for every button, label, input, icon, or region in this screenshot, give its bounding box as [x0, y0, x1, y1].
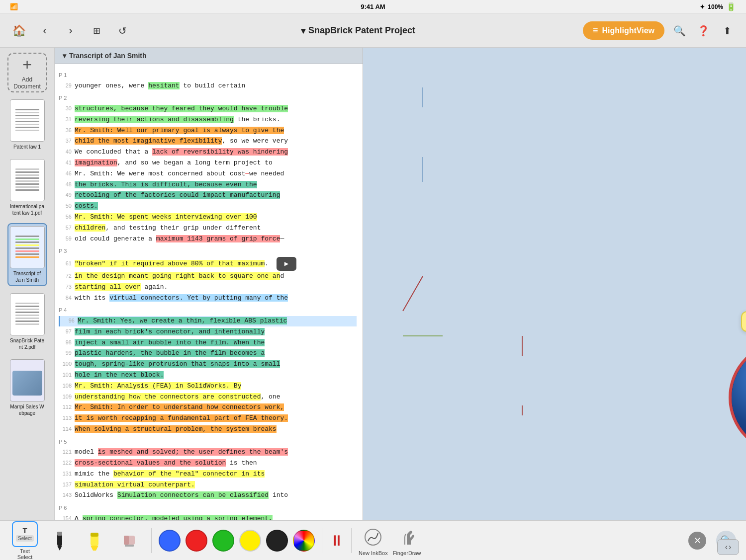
- status-bar: 📶 9:41 AM ✦ 100% 🔋: [0, 0, 746, 14]
- highlight-view-button[interactable]: ≡ HighlightView: [583, 21, 664, 40]
- line-49: 49 retooling of the factories could impa…: [59, 190, 357, 201]
- line-41: 41 imagination, and so we began a long t…: [59, 158, 357, 168]
- mattel-thumb: [10, 359, 45, 401]
- page-label-p4: P 4: [59, 306, 357, 315]
- line-99: 99 plastic hardens, the bubble in the fi…: [59, 348, 357, 359]
- fingerdraw-label: FingerDraw: [393, 550, 421, 556]
- sidebar-item-transcript[interactable]: Transcript of Ja n Smith: [7, 223, 47, 286]
- forward-button[interactable]: ›: [60, 20, 82, 42]
- add-tab-button[interactable]: ⊞: [86, 20, 107, 42]
- pen-icon-wrap: [47, 528, 73, 554]
- main-content: + Add Document Patent law 1 In: [0, 48, 746, 520]
- snapbrick-2-label: SnapBrick Pate nt 2.pdf: [9, 337, 45, 350]
- patent-law-thumb: [10, 99, 45, 142]
- line-59: 59 old could generate a maximum 1143 gra…: [59, 234, 357, 244]
- intl-patent-thumb: [10, 159, 45, 201]
- highlighter-tool[interactable]: [80, 528, 109, 554]
- sidebar-item-intl-patent[interactable]: International pa tent law 1.pdf: [7, 157, 47, 218]
- share-button[interactable]: ⬆: [716, 20, 738, 42]
- highlight-view-icon: ≡: [593, 25, 598, 36]
- highlighter-icon-wrap: [82, 528, 107, 554]
- pause-button[interactable]: ⏸: [329, 532, 344, 549]
- add-document-label: Add Document: [8, 76, 46, 90]
- line-112: 112 Mr. Smith: In order to understand ho…: [59, 402, 357, 413]
- line-154: 154 A spring connector, modeled using a …: [59, 514, 357, 520]
- sidebar-item-patent-law-1[interactable]: Patent law 1: [7, 97, 47, 152]
- color-blue[interactable]: [159, 530, 181, 552]
- search-button[interactable]: 🔍: [668, 20, 690, 42]
- toolbar-right-icons: 🔍 ❓ ⬆: [668, 20, 738, 42]
- line-61: 61 "broken" if it required above 80% of …: [59, 257, 357, 271]
- back-button[interactable]: ‹: [34, 20, 56, 42]
- line-97: 97 film in each brick's connector, and i…: [59, 327, 357, 337]
- plus-icon: +: [22, 56, 32, 74]
- sidebar-item-mattel[interactable]: Marrpi Sales W ebpage: [7, 357, 47, 418]
- battery-label: 100%: [708, 3, 723, 10]
- line-37: 37 child the most imaginative flexibilit…: [59, 136, 357, 147]
- eraser-svg: [121, 530, 138, 552]
- color-yellow[interactable]: [239, 530, 261, 552]
- color-green[interactable]: [212, 530, 234, 552]
- toolbar-title-area[interactable]: ▾ SnapBrick Patent Project: [137, 25, 579, 36]
- add-document-button[interactable]: + Add Document: [7, 53, 47, 92]
- transcript-body[interactable]: P 1 29 younger ones, were hesitant to bu…: [55, 64, 363, 520]
- text-select-label: TextSelect: [17, 548, 33, 560]
- page-label-p1: P 1: [59, 71, 357, 80]
- line-30: 30 structures, because they feared they …: [59, 104, 357, 114]
- line-57: 57 children, and testing their grip unde…: [59, 223, 357, 234]
- fingerdraw-icon: [395, 525, 419, 549]
- color-red[interactable]: [186, 530, 207, 552]
- page-label-p6: P 6: [59, 504, 357, 513]
- svg-rect-18: [91, 533, 98, 537]
- help-button[interactable]: ❓: [692, 20, 714, 42]
- title-dropdown-icon: ▾: [301, 25, 305, 36]
- line-50: 50 costs.: [59, 201, 357, 212]
- line-121: 121 model is meshed and solved; the user…: [59, 447, 357, 458]
- page-label-p5: P 5: [59, 438, 357, 447]
- svg-rect-15: [57, 532, 62, 536]
- transcript-label: Transcript of Ja n Smith: [10, 270, 44, 283]
- what-created-node[interactable]: What we created: [741, 311, 746, 332]
- text-select-icon-wrap: T Select: [12, 521, 38, 547]
- close-icon: ✕: [694, 535, 701, 546]
- status-time: 9:41 AM: [361, 3, 385, 10]
- pen-tool[interactable]: [45, 528, 75, 554]
- line-122: 122 cross-sectional values and the solut…: [59, 458, 357, 469]
- undo-button[interactable]: ↺: [111, 20, 133, 42]
- sidebar-item-snapbrick-2[interactable]: SnapBrick Pate nt 2.pdf: [7, 291, 47, 352]
- line-100: 100 tough, spring-like protrusion that s…: [59, 359, 357, 370]
- color-rainbow[interactable]: [293, 530, 315, 552]
- bluetooth-icon: ✦: [700, 3, 705, 10]
- new-inkbox-icon: [361, 525, 385, 549]
- page-label-p3: P 3: [59, 247, 357, 256]
- lego-image: [729, 341, 746, 454]
- eraser-icon-wrap: [116, 528, 142, 554]
- line-137: 137 simulation virtual counterpart.: [59, 480, 357, 490]
- line-31: 31 reversing their actions and disassemb…: [59, 115, 357, 125]
- line-101: 101 hole in the next block.: [59, 370, 357, 381]
- wifi-icon: 📶: [10, 3, 18, 10]
- line-131: 131 mimic the behavior of the "real" con…: [59, 469, 357, 480]
- line-72: 72 in the design meant going right back …: [59, 271, 357, 282]
- color-black[interactable]: [266, 530, 288, 552]
- mm-svg-lines: [363, 48, 746, 520]
- close-button[interactable]: ✕: [688, 532, 706, 550]
- snapbrick-thumb: [10, 293, 45, 335]
- line-143: 143 SolidWorks Simulation connectors can…: [59, 490, 357, 501]
- svg-line-2: [403, 276, 423, 311]
- toolbar: 🏠 ‹ › ⊞ ↺ ▾ SnapBrick Patent Project ≡ H…: [0, 14, 746, 48]
- transcript-panel: ▾ Transcript of Jan Smith P 1 29 younger…: [55, 48, 363, 520]
- line-84: 84 with its virtual connectors. Yet by p…: [59, 293, 357, 304]
- line-48: 48 the bricks. This is difficult, becaus…: [59, 180, 357, 190]
- transcript-title: Transcript of Jan Smith: [69, 52, 147, 60]
- left-arrow-icon: ‹: [725, 543, 728, 552]
- text-select-tool[interactable]: T Select TextSelect: [10, 521, 40, 560]
- highlighter-svg: [86, 530, 103, 552]
- video-play-icon[interactable]: ▶: [277, 257, 296, 271]
- nav-arrows-button[interactable]: ‹ ›: [717, 539, 739, 555]
- eraser-tool[interactable]: [114, 528, 144, 554]
- fingerdraw-button[interactable]: FingerDraw: [393, 525, 421, 556]
- home-button[interactable]: 🏠: [8, 20, 30, 42]
- line-29: 29 younger ones, were hesitant to build …: [59, 81, 357, 91]
- new-inkbox-button[interactable]: New InkBox: [359, 525, 388, 556]
